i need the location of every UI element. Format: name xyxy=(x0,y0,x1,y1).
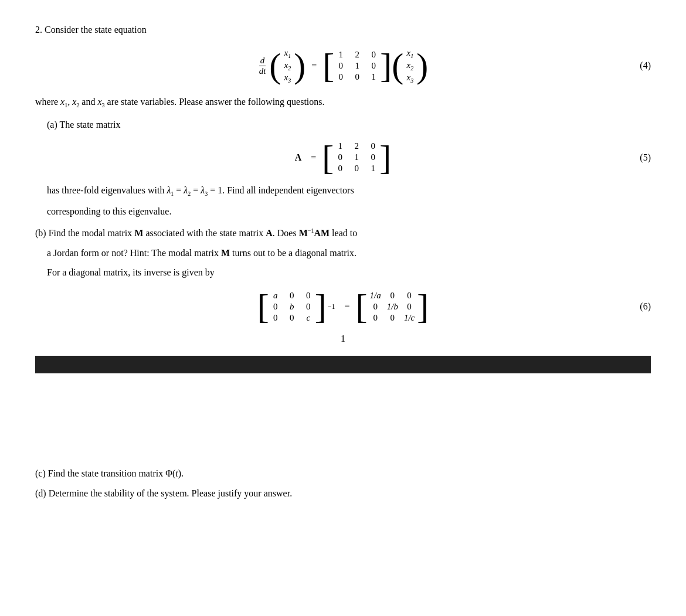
part-b-label: (b) Find the modal matrix M associated w… xyxy=(35,226,651,241)
divider-bar xyxy=(35,356,651,373)
diag-matrix-left: [ a 0 0 0 b 0 0 0 c ] xyxy=(257,288,327,325)
part-a-title: The state matrix xyxy=(59,120,120,130)
problem-number: 2. xyxy=(35,25,42,35)
eigenvalue-text2: corresponding to this eigenvalue. xyxy=(47,204,651,219)
part-c-label: (c) xyxy=(35,468,46,478)
derivative: d dt xyxy=(258,56,267,76)
part-b-text2: a Jordan form or not? Hint: The modal ma… xyxy=(47,246,651,261)
part-b-text3: For a diagonal matrix, its inverse is gi… xyxy=(47,265,651,280)
part-d-label: (d) xyxy=(35,488,46,498)
eq5-number: (5) xyxy=(640,152,651,163)
diag-matrix-right: [ 1/a 0 0 0 1/b 0 0 0 1/c ] xyxy=(356,288,429,325)
eq6-number: (6) xyxy=(640,301,651,312)
matrix-A-label: A xyxy=(295,152,302,163)
part-c: (c) Find the state transition matrix Φ(t… xyxy=(35,466,651,481)
state-vector-left: ( x1 x2 x3 ) xyxy=(269,46,305,86)
part-a-label: (a) The state matrix xyxy=(47,117,651,132)
state-vector-right: ( x1 x2 x3 ) xyxy=(392,46,428,86)
state-matrix-eq4: [ 1 2 0 0 1 0 0 0 1 ] xyxy=(322,47,392,84)
equation-4: d dt ( x1 x2 x3 ) = [ 1 2 0 xyxy=(35,46,651,86)
eq6-footnote: 1 xyxy=(35,333,651,344)
eq4-number: (4) xyxy=(640,60,651,71)
bottom-parts: (c) Find the state transition matrix Φ(t… xyxy=(35,391,651,501)
equation-5: A = [ 1 2 0 0 1 0 0 0 1 ] xyxy=(35,139,651,176)
inverse-superscript: −1 xyxy=(328,302,335,311)
eigenvalue-text: has three-fold eigenvalues with λ1 = λ2 … xyxy=(47,183,651,199)
equation-6: [ a 0 0 0 b 0 0 0 c ] −1 = xyxy=(35,288,651,325)
matrix-A: [ 1 2 0 0 1 0 0 0 1 ] xyxy=(322,139,391,176)
problem-intro: Consider the state equation xyxy=(45,25,147,35)
state-vars-text: where x1, x2 and x3 are state variables.… xyxy=(35,94,651,110)
page: 2. Consider the state equation d dt ( x1… xyxy=(0,0,686,529)
problem-header: 2. Consider the state equation xyxy=(35,22,651,38)
part-d: (d) Determine the stability of the syste… xyxy=(35,486,651,501)
